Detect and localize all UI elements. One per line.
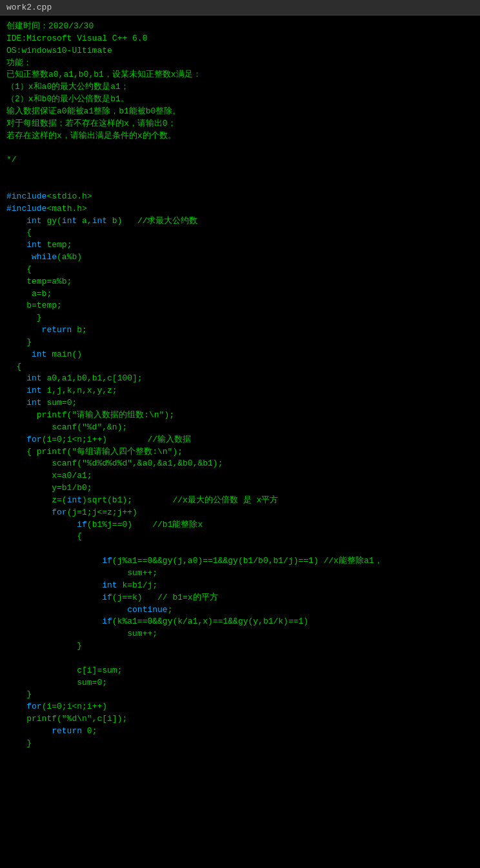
code-line: }: [6, 312, 474, 324]
code-line: int gy(int a,int b) //求最大公约数: [6, 215, 474, 228]
code-line: return b;: [6, 324, 474, 337]
code-line: x=a0/a1;: [6, 470, 474, 482]
code-line: 功能：: [6, 57, 474, 70]
code-container: 创建时间：2020/3/30 IDE:Microsoft Visual C++ …: [0, 15, 480, 868]
code-line: for(i=0;i<n;i++) //输入数据: [6, 434, 474, 446]
code-line: for(i=0;i<n;i++): [6, 701, 474, 713]
code-line: sum=0;: [6, 677, 474, 689]
code-line: printf("请输入数据的组数:\n");: [6, 409, 474, 422]
code-line: scanf("%d",&n);: [6, 422, 474, 434]
code-line: {: [6, 361, 474, 373]
file-title: work2.cpp: [6, 3, 52, 12]
code-line: if(j==k) // b1=x的平方: [6, 592, 474, 604]
code-line: a=b;: [6, 288, 474, 301]
code-line: continue;: [6, 604, 474, 616]
code-line: #include<math.h>: [6, 203, 474, 215]
code-line: int sum=0;: [6, 397, 474, 409]
code-line: {: [6, 264, 474, 276]
code-line: 已知正整数a0,a1,b0,b1，设某未知正整数x满足：: [6, 69, 474, 81]
code-line: IDE:Microsoft Visual C++ 6.0: [6, 33, 474, 45]
code-line: if(j%a1==0&&gy(j,a0)==1&&gy(b1/b0,b1/j)=…: [6, 555, 474, 567]
code-line: temp=a%b;: [6, 276, 474, 288]
code-line: while(a%b): [6, 252, 474, 264]
code-line: }: [6, 689, 474, 701]
code-line: [6, 750, 474, 762]
code-line: scanf("%d%d%d%d",&a0,&a1,&b0,&b1);: [6, 458, 474, 470]
code-line: 对于每组数据：若不存在这样的x，请输出0；: [6, 118, 474, 130]
code-line: [6, 762, 474, 774]
code-line: #include<stdio.h>: [6, 191, 474, 203]
code-line: {: [6, 227, 474, 239]
code-line: int k=b1/j;: [6, 580, 474, 592]
code-line: if(b1%j==0) //b1能整除x: [6, 519, 474, 531]
code-line: [6, 543, 474, 555]
code-line: 若存在这样的x，请输出满足条件的x的个数。: [6, 130, 474, 143]
code-line: for(j=1;j<=z;j++): [6, 507, 474, 519]
code-line: int a0,a1,b0,b1,c[100];: [6, 373, 474, 385]
code-line: c[i]=sum;: [6, 665, 474, 677]
code-line: }: [6, 640, 474, 653]
code-line: （1）x和a0的最大公约数是a1；: [6, 81, 474, 94]
code-line: int i,j,k,n,x,y,z;: [6, 385, 474, 397]
code-line: z=(int)sqrt(b1); //x最大的公倍数 是 x平方: [6, 495, 474, 507]
code-line: [6, 142, 474, 154]
code-line: [6, 653, 474, 665]
code-line: 创建时间：2020/3/30: [6, 21, 474, 33]
code-line: {: [6, 531, 474, 543]
title-bar: work2.cpp: [0, 0, 480, 15]
code-line: （2）x和b0的最小公倍数是b1。: [6, 94, 474, 106]
code-line: [6, 179, 474, 191]
code-line: return 0;: [6, 725, 474, 738]
code-line: [6, 774, 474, 786]
code-line: { printf("每组请输入四个整数:\n");: [6, 446, 474, 459]
code-line: */: [6, 154, 474, 166]
code-line: if(k%a1==0&&gy(k/a1,x)==1&&gy(y,b1/k)==1…: [6, 616, 474, 628]
code-line: sum++;: [6, 628, 474, 640]
code-line: int main(): [6, 349, 474, 361]
code-line: sum++;: [6, 567, 474, 580]
code-line: [6, 166, 474, 179]
code-line: 输入数据保证a0能被a1整除，b1能被b0整除。: [6, 106, 474, 118]
code-line: OS:windows10-Ultimate: [6, 45, 474, 57]
code-line: int temp;: [6, 239, 474, 252]
code-line: }: [6, 337, 474, 349]
code-line: b=temp;: [6, 300, 474, 312]
code-line: }: [6, 738, 474, 750]
code-line: y=b1/b0;: [6, 482, 474, 495]
code-line: printf("%d\n",c[i]);: [6, 713, 474, 725]
